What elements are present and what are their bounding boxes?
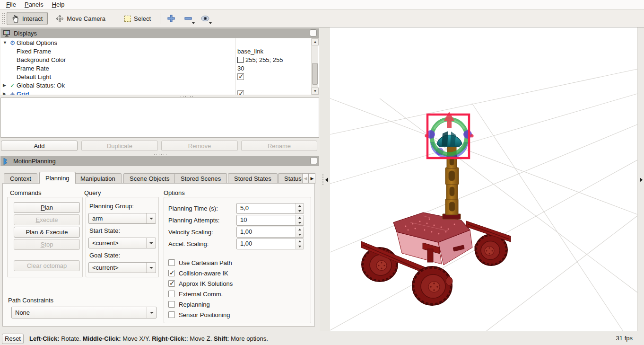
tree-label: Background Color [17, 56, 66, 63]
default-light-checkbox[interactable] [237, 73, 244, 80]
spin-buttons[interactable] [296, 203, 304, 213]
planning-attempts-label: Planning Attempts: [168, 217, 219, 224]
planning-attempts-spinbox[interactable]: 10 [236, 215, 304, 226]
moveit-arrow-icon [3, 158, 10, 165]
stop-button[interactable]: Stop [14, 239, 80, 250]
velocity-scaling-spinbox[interactable]: 1,00 [236, 227, 304, 238]
tab-stored-states[interactable]: Stored States [228, 173, 278, 184]
tab-scroll-right-icon[interactable]: ▶ [309, 173, 315, 184]
tree-row-default-light[interactable]: Default Light [0, 72, 319, 81]
background-color-value[interactable]: 255; 255; 255 [245, 56, 283, 63]
remove-display-button[interactable]: Remove [161, 141, 238, 151]
tree-row-background-color[interactable]: Background Color 255; 255; 255 [0, 55, 319, 64]
tab-context[interactable]: Context [4, 173, 37, 184]
scrollbar-thumb[interactable] [312, 63, 318, 85]
rover-body [393, 212, 472, 265]
move-camera-tool-label: Move Camera [67, 15, 105, 22]
clear-octomap-button[interactable]: Clear octomap [14, 260, 80, 271]
plan-and-execute-button[interactable]: Plan & Execute [14, 227, 80, 238]
tree-row-fixed-frame[interactable]: Fixed Frame base_link [0, 47, 319, 55]
collapse-left-icon[interactable] [325, 177, 328, 182]
panel-splitter[interactable] [320, 27, 330, 331]
rename-display-button[interactable]: Rename [241, 141, 317, 151]
marker-handle-right[interactable] [463, 130, 472, 139]
splitter-grip[interactable] [322, 174, 324, 186]
right-panel-splitter[interactable] [637, 27, 644, 331]
replanning-checkbox[interactable] [168, 301, 175, 308]
add-display-button[interactable]: Add [1, 141, 78, 151]
grid-checkbox[interactable] [237, 90, 244, 95]
start-state-combobox[interactable]: <current> [88, 238, 156, 248]
displays-tree: ▼ ⚙ Global Options Fixed Frame base_link… [0, 38, 319, 95]
color-swatch[interactable] [237, 57, 244, 63]
displays-panel-header[interactable]: Displays [0, 28, 319, 38]
motionplanning-panel-header[interactable]: MotionPlanning [0, 156, 319, 166]
rover-wheel-front [412, 266, 453, 305]
tab-scene-objects[interactable]: Scene Objects [123, 173, 176, 184]
collision-aware-ik-checkbox[interactable] [168, 270, 175, 276]
planning-group-combobox[interactable]: arm [88, 213, 156, 224]
3d-viewport[interactable] [330, 27, 637, 331]
tree-row-global-options[interactable]: ▼ ⚙ Global Options [0, 38, 319, 47]
scroll-up-icon[interactable]: ▲ [312, 38, 319, 45]
external-comm-checkbox[interactable] [168, 291, 175, 297]
zoom-in-button[interactable] [164, 12, 178, 25]
collapse-right-icon[interactable] [640, 177, 643, 182]
accel-scaling-spinbox[interactable]: 1,00 [236, 239, 304, 249]
spin-buttons[interactable] [296, 215, 304, 225]
interact-tool-button[interactable]: Interact [7, 12, 48, 25]
planning-time-label: Planning Time (s): [168, 205, 218, 212]
expander-right-icon[interactable]: ▶ [3, 83, 9, 88]
move-camera-tool-button[interactable]: Move Camera [51, 12, 111, 25]
planning-time-spinbox[interactable]: 5,0 [236, 203, 304, 214]
tree-label: Global Status: Ok [17, 82, 65, 89]
spin-buttons[interactable] [296, 239, 304, 249]
menu-help[interactable]: Help [48, 0, 69, 9]
toolbar: Interact Move Camera Select [0, 10, 644, 27]
menu-file[interactable]: File [2, 0, 20, 9]
tab-stored-scenes[interactable]: Stored Scenes [174, 173, 227, 184]
tree-row-global-status[interactable]: ▶ ✓ Global Status: Ok [0, 81, 319, 89]
tab-scroll-left-icon[interactable]: ◀ [302, 173, 309, 184]
tree-row-grid[interactable]: ▶ ◈ Grid [0, 89, 319, 95]
planning-tab-content: Commands Query Options Plan Execute Plan… [2, 183, 315, 327]
tab-status[interactable]: Status [278, 173, 303, 184]
tree-row-frame-rate[interactable]: Frame Rate 30 [0, 64, 319, 72]
tree-scrollbar[interactable]: ▲ ▼ [311, 38, 318, 95]
splitter-handle[interactable] [153, 153, 166, 155]
zoom-out-button[interactable] [181, 12, 195, 25]
hand-cursor-icon [12, 15, 19, 23]
mouse-help-text: Left-Click: Rotate. Middle-Click: Move X… [29, 335, 268, 342]
expander-down-icon[interactable]: ▼ [3, 40, 9, 45]
toolbar-grip[interactable] [1, 12, 5, 25]
tree-label: Global Options [17, 39, 57, 46]
duplicate-display-button[interactable]: Duplicate [81, 141, 158, 151]
approx-ik-solutions-checkbox[interactable] [168, 280, 175, 287]
zoom-out-dropdown-arrow[interactable] [192, 22, 195, 24]
select-tool-button[interactable]: Select [119, 12, 156, 25]
eye-dropdown-arrow[interactable] [209, 22, 212, 24]
accel-scaling-label: Accel. Scaling: [168, 240, 209, 248]
execute-button[interactable]: Execute [14, 214, 80, 225]
reset-button[interactable]: Reset [2, 334, 24, 344]
expander-right-icon[interactable]: ▶ [3, 91, 9, 95]
frame-rate-value[interactable]: 30 [237, 65, 244, 72]
menu-bar: File Panels Help [0, 0, 644, 9]
displays-float-button[interactable] [310, 29, 317, 36]
path-constraints-combobox[interactable]: None [11, 307, 157, 318]
sensor-positioning-checkbox[interactable] [168, 311, 175, 318]
scroll-down-icon[interactable]: ▼ [312, 88, 319, 95]
start-state-label: Start State: [89, 227, 120, 234]
grid-diamond-icon: ◈ [9, 90, 17, 95]
tab-planning[interactable]: Planning [39, 172, 76, 184]
toolbar-separator [160, 13, 160, 24]
goal-state-combobox[interactable]: <current> [88, 262, 156, 273]
plan-button[interactable]: Plan [14, 202, 80, 213]
menu-panels[interactable]: Panels [20, 0, 48, 9]
use-cartesian-path-checkbox[interactable] [168, 259, 175, 266]
fixed-frame-value[interactable]: base_link [237, 48, 263, 55]
spin-buttons[interactable] [296, 227, 304, 237]
tab-manipulation[interactable]: Manipulation [74, 173, 122, 184]
motionplanning-float-button[interactable] [310, 157, 317, 164]
measure-eye-button[interactable] [198, 12, 212, 25]
